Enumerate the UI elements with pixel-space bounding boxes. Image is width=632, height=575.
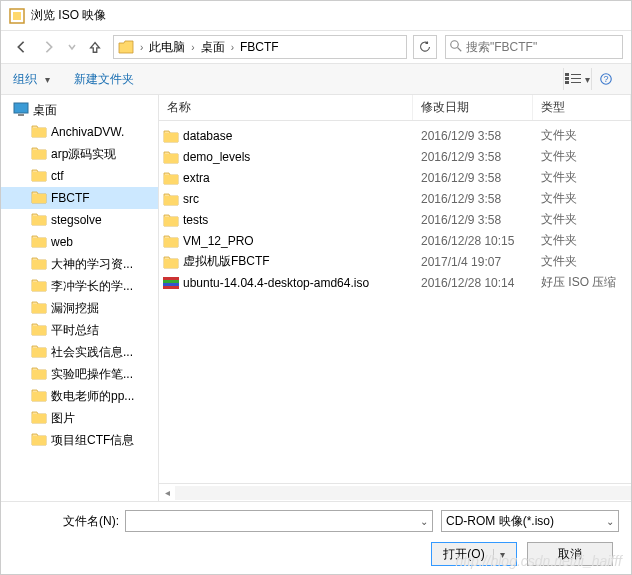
chevron-right-icon[interactable]: › xyxy=(187,42,198,53)
list-item[interactable]: extra2016/12/9 3:58文件夹 xyxy=(159,167,631,188)
tree-item-label: stegsolve xyxy=(51,213,102,227)
desktop-icon xyxy=(13,102,29,118)
file-name: 虚拟机版FBCTF xyxy=(179,253,413,270)
chevron-right-icon[interactable]: › xyxy=(227,42,238,53)
forward-button[interactable] xyxy=(37,35,61,59)
tree-item-label: 数电老师的pp... xyxy=(51,388,134,405)
folder-icon xyxy=(31,322,47,338)
tree-item-label: 实验吧操作笔... xyxy=(51,366,133,383)
back-button[interactable] xyxy=(9,35,33,59)
tree-item-label: 李冲学长的学... xyxy=(51,278,133,295)
file-type: 文件夹 xyxy=(533,169,631,186)
folder-icon xyxy=(31,256,47,272)
tree-item[interactable]: 漏洞挖掘 xyxy=(1,297,158,319)
list-item[interactable]: tests2016/12/9 3:58文件夹 xyxy=(159,209,631,230)
app-icon xyxy=(9,8,25,24)
tree-item[interactable]: 平时总结 xyxy=(1,319,158,341)
breadcrumb-item[interactable]: FBCTF xyxy=(238,40,281,54)
organize-button[interactable]: 组织▾ xyxy=(13,71,50,88)
help-button[interactable]: ? xyxy=(591,68,619,90)
list-item[interactable]: src2016/12/9 3:58文件夹 xyxy=(159,188,631,209)
chevron-right-icon[interactable]: › xyxy=(136,42,147,53)
tree-item-label: 大神的学习资... xyxy=(51,256,133,273)
breadcrumb-item[interactable]: 此电脑 xyxy=(147,39,187,56)
tree-item[interactable]: arp源码实现 xyxy=(1,143,158,165)
file-type: 文件夹 xyxy=(533,232,631,249)
tree-item[interactable]: 数电老师的pp... xyxy=(1,385,158,407)
folder-icon xyxy=(31,278,47,294)
folder-icon xyxy=(159,213,179,227)
tree-item-label: arp源码实现 xyxy=(51,146,116,163)
search-input[interactable]: 搜索"FBCTF" xyxy=(445,35,623,59)
folder-icon xyxy=(159,171,179,185)
tree-item[interactable]: stegsolve xyxy=(1,209,158,231)
tree-item[interactable]: web xyxy=(1,231,158,253)
svg-rect-12 xyxy=(14,103,28,113)
col-date[interactable]: 修改日期 xyxy=(413,95,533,120)
tree-item-label: 项目组CTF信息 xyxy=(51,432,134,449)
file-date: 2016/12/28 10:15 xyxy=(413,234,533,248)
scroll-track[interactable] xyxy=(175,486,631,500)
toolbar: 组织▾ 新建文件夹 ▾ ? xyxy=(1,63,631,95)
svg-rect-5 xyxy=(571,74,581,75)
list-item[interactable]: ubuntu-14.04.4-desktop-amd64.iso2016/12/… xyxy=(159,272,631,293)
nav-bar: › 此电脑 › 桌面 › FBCTF 搜索"FBCTF" xyxy=(1,31,631,63)
breadcrumb[interactable]: › 此电脑 › 桌面 › FBCTF xyxy=(113,35,407,59)
tree-item[interactable]: 大神的学习资... xyxy=(1,253,158,275)
folder-icon xyxy=(31,168,47,184)
file-date: 2016/12/9 3:58 xyxy=(413,129,533,143)
tree-item[interactable]: FBCTF xyxy=(1,187,158,209)
chevron-down-icon[interactable]: ⌄ xyxy=(420,516,428,527)
tree-item[interactable]: 图片 xyxy=(1,407,158,429)
recent-dropdown[interactable] xyxy=(65,35,79,59)
filter-select[interactable]: CD-ROM 映像(*.iso) ⌄ xyxy=(441,510,619,532)
scroll-left-icon[interactable]: ◂ xyxy=(159,486,175,500)
list-item[interactable]: database2016/12/9 3:58文件夹 xyxy=(159,125,631,146)
split-dropdown-icon[interactable]: ▾ xyxy=(493,549,505,560)
file-name: tests xyxy=(179,213,413,227)
tree-item[interactable]: 李冲学长的学... xyxy=(1,275,158,297)
filename-input[interactable]: ⌄ xyxy=(125,510,433,532)
tree-item[interactable]: 项目组CTF信息 xyxy=(1,429,158,451)
refresh-button[interactable] xyxy=(413,35,437,59)
list-body[interactable]: database2016/12/9 3:58文件夹demo_levels2016… xyxy=(159,121,631,483)
folder-tree[interactable]: 桌面 AnchivaDVW.arp源码实现ctfFBCTFstegsolvewe… xyxy=(1,95,159,501)
folder-icon xyxy=(31,212,47,228)
up-button[interactable] xyxy=(83,35,107,59)
file-date: 2017/1/4 19:07 xyxy=(413,255,533,269)
svg-rect-15 xyxy=(163,280,179,283)
tree-item[interactable]: 社会实践信息... xyxy=(1,341,158,363)
tree-item[interactable]: ctf xyxy=(1,165,158,187)
breadcrumb-item[interactable]: 桌面 xyxy=(199,39,227,56)
folder-icon xyxy=(31,366,47,382)
folder-icon xyxy=(159,255,179,269)
cancel-button[interactable]: 取消 xyxy=(527,542,613,566)
window-title: 浏览 ISO 映像 xyxy=(31,7,106,24)
tree-item[interactable]: AnchivaDVW. xyxy=(1,121,158,143)
tree-item-label: AnchivaDVW. xyxy=(51,125,124,139)
col-name[interactable]: 名称 xyxy=(159,95,413,120)
list-header[interactable]: 名称 修改日期 类型 xyxy=(159,95,631,121)
file-name: src xyxy=(179,192,413,206)
folder-icon xyxy=(31,146,47,162)
new-folder-button[interactable]: 新建文件夹 xyxy=(74,71,134,88)
tree-item[interactable]: 实验吧操作笔... xyxy=(1,363,158,385)
file-type: 文件夹 xyxy=(533,190,631,207)
view-button[interactable]: ▾ xyxy=(563,68,591,90)
folder-icon xyxy=(159,150,179,164)
folder-icon xyxy=(159,192,179,206)
tree-item-label: ctf xyxy=(51,169,64,183)
bottom-panel: 文件名(N): ⌄ CD-ROM 映像(*.iso) ⌄ 打开(O) ▾ 取消 xyxy=(1,501,631,575)
open-button[interactable]: 打开(O) ▾ xyxy=(431,542,517,566)
list-item[interactable]: demo_levels2016/12/9 3:58文件夹 xyxy=(159,146,631,167)
list-item[interactable]: VM_12_PRO2016/12/28 10:15文件夹 xyxy=(159,230,631,251)
tree-root[interactable]: 桌面 xyxy=(1,99,158,121)
folder-icon xyxy=(31,124,47,140)
svg-rect-7 xyxy=(571,78,581,79)
file-name: database xyxy=(179,129,413,143)
file-name: ubuntu-14.04.4-desktop-amd64.iso xyxy=(179,276,413,290)
list-item[interactable]: 虚拟机版FBCTF2017/1/4 19:07文件夹 xyxy=(159,251,631,272)
horizontal-scrollbar[interactable]: ◂ xyxy=(159,483,631,501)
col-type[interactable]: 类型 xyxy=(533,95,631,120)
file-date: 2016/12/9 3:58 xyxy=(413,213,533,227)
